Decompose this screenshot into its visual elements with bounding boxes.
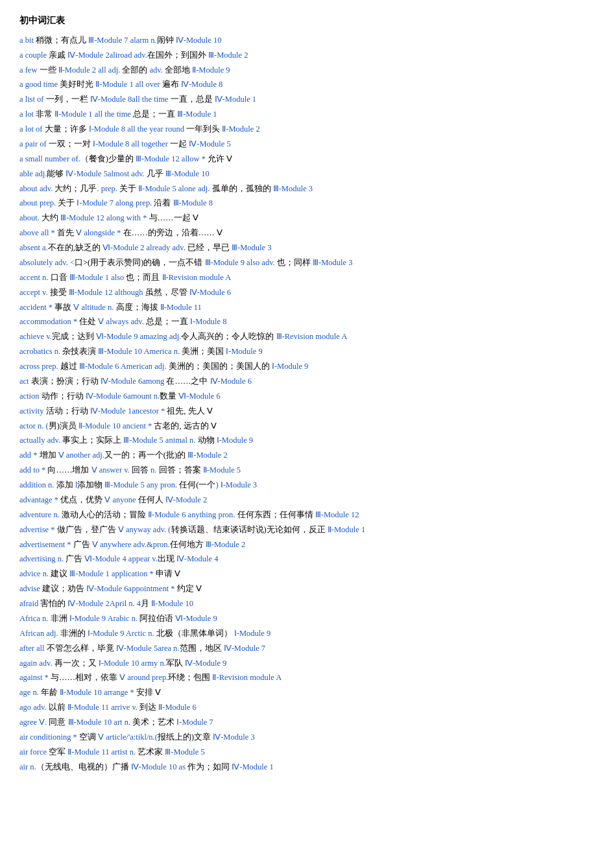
vocab-line: add * 增加 Ⅴ another adj.又一的；再一个(批)的 Ⅲ-Mod… bbox=[19, 449, 594, 463]
vocab-line: action 动作；行动 Ⅳ-Module 6amount n.数量 Ⅵ-Mod… bbox=[19, 390, 594, 404]
vocab-line: across prep. 越过 Ⅲ-Module 6 American adj.… bbox=[19, 360, 594, 374]
vocab-line: a list of 一列，一栏 Ⅳ-Module 8all the time 一… bbox=[19, 93, 594, 107]
vocab-line: actually adv. 事实上；实际上 Ⅲ-Module 5 animal … bbox=[19, 434, 594, 448]
vocab-line: agree Ⅴ. 同意 Ⅲ-Module 10 art n. 美术；艺术 Ⅰ-M… bbox=[19, 716, 594, 730]
vocab-line: absolutely adv. <口>(用于表示赞同)的确，一点不错 Ⅲ-Mod… bbox=[19, 256, 594, 270]
vocab-line: accident * 事故 Ⅴ altitude n. 高度；海拔 Ⅱ-Modu… bbox=[19, 301, 594, 315]
vocab-line: advertise * 做广告，登广告 Ⅴ anyway adv. (转换话题、… bbox=[19, 523, 594, 537]
vocab-line: accommodation * 住处 Ⅴ always adv. 总是；一直 Ⅰ… bbox=[19, 315, 594, 329]
vocab-line: add to * 向……增加 Ⅴ answer v. 回答 n. 回答；答案 Ⅱ… bbox=[19, 463, 594, 478]
vocab-line: a pair of 一双；一对 Ⅰ-Module 8 all together … bbox=[19, 137, 594, 152]
vocab-line: adventure n. 激动人心的活动；冒险 Ⅱ-Module 6 anyth… bbox=[19, 508, 594, 522]
vocab-line: able adj.能够 Ⅳ-Module 5almost adv. 几乎 Ⅲ-M… bbox=[19, 167, 594, 182]
vocab-line: after all 不管怎么样，毕竟 Ⅳ-Module 5area n.范围，地… bbox=[19, 642, 594, 656]
vocab-line: advantage * 优点，优势 Ⅴ anyone 任何人 Ⅳ-Module … bbox=[19, 493, 594, 508]
vocab-line: a good time 美好时光 Ⅱ-Module 1 all over 遍布 … bbox=[19, 78, 594, 92]
vocab-line: act 表演；扮演；行动 Ⅳ-Module 6among 在……之中 Ⅳ-Mod… bbox=[19, 375, 594, 389]
vocab-line: Africa n. 非洲 Ⅰ-Module 9 Arabic n. 阿拉伯语 Ⅵ… bbox=[19, 612, 594, 626]
vocab-line: afraid 害怕的 Ⅳ-Module 2April n. 4月 Ⅱ-Modul… bbox=[19, 597, 594, 611]
vocab-line: a couple 亲戚 Ⅳ-Module 2aliroad adv.在国外；到国… bbox=[19, 49, 594, 63]
vocab-line: African adj. 非洲的 Ⅰ-Module 9 Arctic n. 北极… bbox=[19, 627, 594, 641]
vocab-line: acrobatics n. 杂技表演 Ⅲ-Module 10 America n… bbox=[19, 345, 594, 359]
vocab-line: against * 与……相对，依靠 Ⅴ around prep.环绕；包围 Ⅱ… bbox=[19, 671, 594, 685]
vocab-line: advice n. 建议 Ⅲ-Module 1 application * 申请… bbox=[19, 567, 594, 581]
vocab-line: air n.（无线电、电视的）广播 Ⅳ-Module 10 as 作为；如同 Ⅳ… bbox=[19, 760, 594, 775]
vocab-line: accept v. 接受 Ⅲ-Module 12 although 虽然，尽管 … bbox=[19, 286, 594, 300]
vocab-line: a few 一些 Ⅱ-Module 2 all adj. 全部的 adv. 全部… bbox=[19, 64, 594, 78]
vocab-line: advise 建议；劝告 Ⅳ-Module 6appointment * 约定 … bbox=[19, 582, 594, 596]
vocab-line: ago adv. 以前 Ⅱ-Module 11 arrive v. 到达 Ⅱ-M… bbox=[19, 701, 594, 715]
vocab-line: a small number of.（餐食)少量的 Ⅲ-Module 12 al… bbox=[19, 152, 594, 167]
vocab-line: achieve v.完成；达到 Ⅵ-Module 9 amazing adj.令… bbox=[19, 330, 594, 344]
page-title: 初中词汇表 bbox=[19, 13, 594, 29]
vocab-line: advertisement * 广告 Ⅴ anywhere adv.&pron.… bbox=[19, 538, 594, 552]
vocab-line: air force 空军 Ⅱ-Module 11 artist n. 艺术家 Ⅲ… bbox=[19, 745, 594, 760]
vocab-line: about adv. 大约；几乎. prep. 关于 Ⅱ-Module 5 al… bbox=[19, 182, 594, 196]
vocab-line: advertising n. 广告 Ⅵ-Module 4 appear v.出现… bbox=[19, 552, 594, 567]
vocab-line: addition n. 添加 l添加物 Ⅲ-Module 5 any pron.… bbox=[19, 478, 594, 493]
vocab-line: absent a.不在的,缺乏的 Ⅵ-Module 2 already adv.… bbox=[19, 241, 594, 255]
vocab-line: accent n. 口音 Ⅲ-Module 1 also 也；而且 Ⅱ-Revi… bbox=[19, 271, 594, 285]
vocab-line: actor n. (男)演员 Ⅱ-Module 10 ancient * 古老的… bbox=[19, 419, 594, 434]
vocab-line: a lot of 大量；许多 Ⅰ-Module 8 all the year r… bbox=[19, 123, 594, 137]
vocab-line: about. 大约 Ⅲ-Module 12 along with * 与……一起… bbox=[19, 211, 594, 226]
vocab-line: age n. 年龄 Ⅱ-Module 10 arrange * 安排 Ⅴ bbox=[19, 686, 594, 700]
vocab-line: about prep. 关于 Ⅰ-Module 7 along prep. 沿着… bbox=[19, 196, 594, 211]
vocab-line: air conditioning * 空调 Ⅴ article/'a:tikl/… bbox=[19, 731, 594, 745]
vocab-line: a bit 稍微；有点儿 Ⅲ-Module 7 alarm n.闹钟 Ⅳ-Mod… bbox=[19, 34, 594, 48]
vocab-line: above all * 首先 Ⅴ alongside * 在……的旁边，沿着……… bbox=[19, 226, 594, 240]
vocab-line: activity 活动；行动 Ⅳ-Module 1ancestor * 祖先, … bbox=[19, 405, 594, 419]
vocab-line: a lot 非常 Ⅱ-Module 1 all the time 总是；一直 Ⅲ… bbox=[19, 108, 594, 122]
vocabulary-content: a bit 稍微；有点儿 Ⅲ-Module 7 alarm n.闹钟 Ⅳ-Mod… bbox=[19, 34, 594, 775]
vocab-line: again adv. 再一次；又 Ⅰ-Module 10 army n.军队 Ⅳ… bbox=[19, 657, 594, 671]
